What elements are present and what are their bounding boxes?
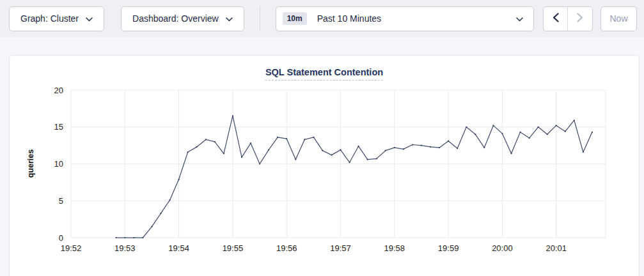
- graph-dropdown-label: Graph: Cluster: [20, 13, 79, 24]
- chevron-down-icon: [86, 13, 93, 24]
- x-tick-label: 19:56: [276, 243, 297, 253]
- data-point: [448, 141, 449, 142]
- data-point: [376, 158, 377, 159]
- main-content: SQL Statement Contention 0510152019:5219…: [0, 37, 644, 276]
- chevron-down-icon: [516, 13, 523, 24]
- y-axis-label: queries: [26, 150, 35, 178]
- y-tick-label: 15: [54, 122, 63, 132]
- data-point: [529, 137, 530, 139]
- data-point: [124, 237, 125, 238]
- data-point: [583, 151, 584, 153]
- y-tick-label: 20: [54, 86, 63, 95]
- dashboard-dropdown[interactable]: Dashboard: Overview: [121, 6, 244, 31]
- time-range-label: Past 10 Minutes: [317, 13, 381, 24]
- graph-dropdown[interactable]: Graph: Cluster: [9, 6, 104, 31]
- data-point: [286, 138, 287, 139]
- data-point: [510, 153, 512, 154]
- data-point: [492, 125, 494, 126]
- data-point: [214, 141, 216, 142]
- data-point: [295, 159, 296, 160]
- data-point: [223, 153, 224, 154]
- data-point: [547, 134, 548, 135]
- data-point: [556, 125, 557, 126]
- data-point: [519, 132, 521, 133]
- data-point: [313, 137, 314, 138]
- chevron-left-icon: [553, 13, 559, 25]
- data-point: [250, 142, 251, 144]
- y-tick-label: 5: [59, 196, 63, 206]
- chevron-right-icon: [577, 13, 583, 25]
- data-point: [574, 119, 575, 121]
- y-tick-label: 10: [54, 159, 63, 169]
- time-range-dropdown[interactable]: 10m Past 10 Minutes: [276, 6, 534, 31]
- data-point: [133, 237, 134, 238]
- data-point: [565, 131, 566, 132]
- time-nav-group: [543, 6, 593, 31]
- toolbar-divider: [260, 6, 260, 31]
- series-line-queries: [116, 116, 592, 238]
- time-next-button[interactable]: [568, 7, 592, 31]
- data-point: [592, 132, 593, 133]
- data-point: [430, 146, 431, 148]
- dashboard-dropdown-label: Dashboard: Overview: [132, 13, 219, 24]
- data-point: [340, 150, 341, 151]
- data-point: [232, 115, 233, 116]
- x-tick-label: 19:58: [384, 243, 405, 253]
- x-tick-label: 20:01: [546, 243, 567, 253]
- data-point: [178, 179, 180, 180]
- data-point: [241, 157, 242, 158]
- chart-title[interactable]: SQL Statement Contention: [265, 67, 383, 80]
- sql-contention-chart[interactable]: 0510152019:5219:5319:5419:5519:5619:5719…: [10, 83, 639, 259]
- now-button-label: Now: [609, 13, 627, 24]
- data-point: [439, 147, 440, 148]
- data-point: [483, 147, 485, 148]
- data-point: [322, 150, 323, 151]
- x-tick-label: 19:55: [223, 243, 244, 253]
- data-point: [457, 148, 458, 149]
- data-point: [412, 144, 413, 145]
- data-point: [403, 148, 404, 150]
- data-point: [367, 159, 368, 160]
- toolbar: Graph: Cluster Dashboard: Overview 10m P…: [0, 0, 644, 37]
- data-point: [187, 151, 189, 153]
- data-point: [501, 133, 503, 134]
- data-point: [151, 226, 152, 227]
- data-point: [466, 126, 467, 128]
- data-point: [277, 137, 278, 138]
- data-point: [358, 146, 359, 147]
- data-point: [421, 145, 422, 146]
- time-preset-badge: 10m: [283, 12, 307, 25]
- data-point: [349, 162, 350, 163]
- data-point: [115, 237, 116, 238]
- data-point: [394, 147, 395, 148]
- x-tick-label: 19:52: [61, 243, 82, 253]
- data-point: [268, 150, 269, 151]
- data-point: [160, 213, 161, 214]
- time-prev-button[interactable]: [544, 7, 568, 31]
- x-tick-label: 19:53: [114, 243, 136, 253]
- data-point: [205, 139, 207, 140]
- y-tick-label: 0: [59, 233, 63, 243]
- data-point: [304, 139, 305, 140]
- x-tick-label: 20:00: [492, 243, 513, 253]
- x-tick-label: 19:57: [330, 243, 351, 253]
- x-tick-label: 19:59: [438, 243, 459, 253]
- now-button[interactable]: Now: [601, 6, 637, 31]
- data-point: [169, 199, 171, 201]
- data-point: [331, 155, 332, 156]
- chevron-down-icon: [226, 13, 233, 24]
- data-point: [385, 150, 386, 151]
- data-point: [538, 126, 539, 128]
- chart-card: SQL Statement Contention 0510152019:5219…: [9, 55, 640, 276]
- data-point: [196, 146, 198, 148]
- data-point: [259, 163, 260, 164]
- data-point: [142, 237, 143, 238]
- x-tick-label: 19:54: [168, 243, 189, 253]
- data-point: [475, 134, 476, 135]
